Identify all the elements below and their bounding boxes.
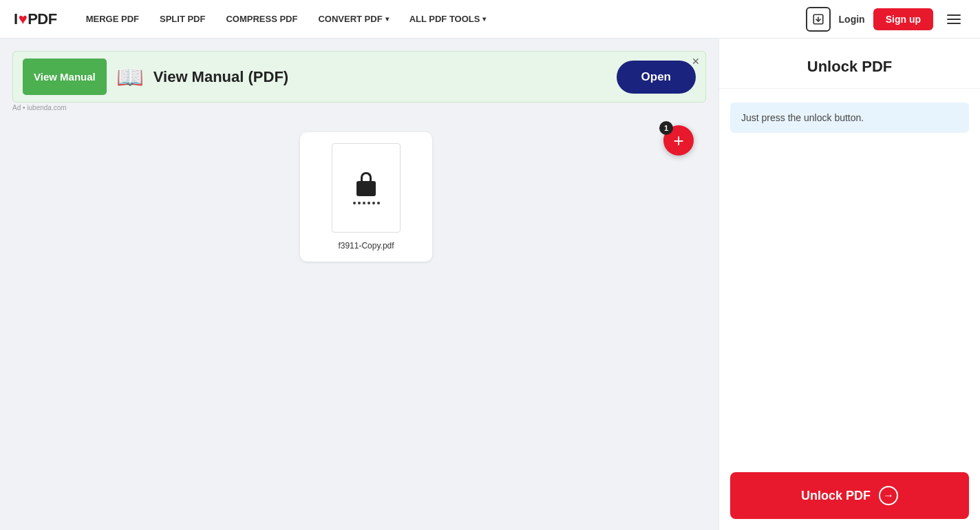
ad-book-icon: 📖 (116, 64, 144, 90)
ad-view-manual-button[interactable]: View Manual (23, 59, 107, 95)
lock-shackle (361, 172, 372, 182)
hamburger-line (947, 19, 961, 20)
logo-heart: ♥ (19, 10, 28, 28)
chevron-down-icon: ▾ (385, 15, 389, 23)
ad-close-button[interactable]: ✕ (692, 56, 700, 67)
left-panel: View Manual 📖 View Manual (PDF) Open ✕ A… (0, 39, 718, 530)
login-button[interactable]: Login (839, 14, 865, 25)
navbar: I♥PDF MERGE PDF SPLIT PDF COMPRESS PDF C… (0, 0, 980, 39)
chevron-down-icon: ▾ (482, 15, 486, 23)
ad-footer: Ad • iubenda.com (12, 104, 718, 112)
main-layout: View Manual 📖 View Manual (PDF) Open ✕ A… (0, 39, 980, 530)
logo-i: I (14, 10, 18, 28)
info-text: Just press the unlock button. (741, 112, 864, 123)
info-box: Just press the unlock button. (730, 103, 969, 133)
pdf-filename: f3911-Copy.pdf (338, 241, 394, 251)
nav-right: Login Sign up (806, 7, 966, 32)
unlock-arrow-icon: → (879, 486, 898, 505)
ad-open-button[interactable]: Open (617, 61, 696, 94)
plus-icon: + (673, 131, 683, 149)
ad-title: View Manual (PDF) (153, 68, 607, 86)
lock-dot (353, 202, 356, 204)
logo[interactable]: I♥PDF (14, 10, 57, 28)
pdf-preview (332, 143, 401, 233)
nav-links: MERGE PDF SPLIT PDF COMPRESS PDF CONVERT… (78, 8, 806, 30)
nav-merge[interactable]: MERGE PDF (78, 8, 147, 30)
ad-banner: View Manual 📖 View Manual (PDF) Open ✕ (12, 51, 706, 103)
lock-dots (353, 202, 380, 204)
hamburger-menu-button[interactable] (941, 7, 966, 32)
hamburger-line (947, 23, 961, 24)
add-file-wrapper: 1 + (676, 118, 706, 149)
lock-dot (372, 202, 375, 204)
nav-split[interactable]: SPLIT PDF (151, 8, 213, 30)
lock-dot (363, 202, 365, 204)
right-panel-title: Unlock PDF (719, 39, 980, 89)
nav-all-tools[interactable]: ALL PDF TOOLS ▾ (401, 8, 495, 30)
download-icon (812, 13, 824, 25)
lock-body (356, 181, 376, 196)
signup-button[interactable]: Sign up (873, 8, 933, 30)
add-file-button[interactable]: 1 + (663, 125, 694, 156)
nav-convert[interactable]: CONVERT PDF ▾ (310, 8, 396, 30)
nav-compress[interactable]: COMPRESS PDF (217, 8, 306, 30)
lock-dot (358, 202, 361, 204)
lock-icon (353, 172, 380, 204)
unlock-btn-label: Unlock PDF (801, 489, 871, 503)
lock-dot (368, 202, 370, 204)
right-panel: Unlock PDF Just press the unlock button.… (718, 39, 980, 530)
file-count-badge: 1 (659, 121, 673, 135)
download-app-button[interactable] (806, 7, 831, 32)
file-area: 1 + (0, 112, 718, 262)
right-panel-spacer (719, 147, 980, 461)
pdf-card: f3911-Copy.pdf (300, 132, 432, 262)
hamburger-line (947, 14, 961, 16)
lock-dot (377, 202, 380, 204)
logo-pdf: PDF (28, 10, 57, 28)
unlock-pdf-button[interactable]: Unlock PDF → (730, 472, 969, 519)
